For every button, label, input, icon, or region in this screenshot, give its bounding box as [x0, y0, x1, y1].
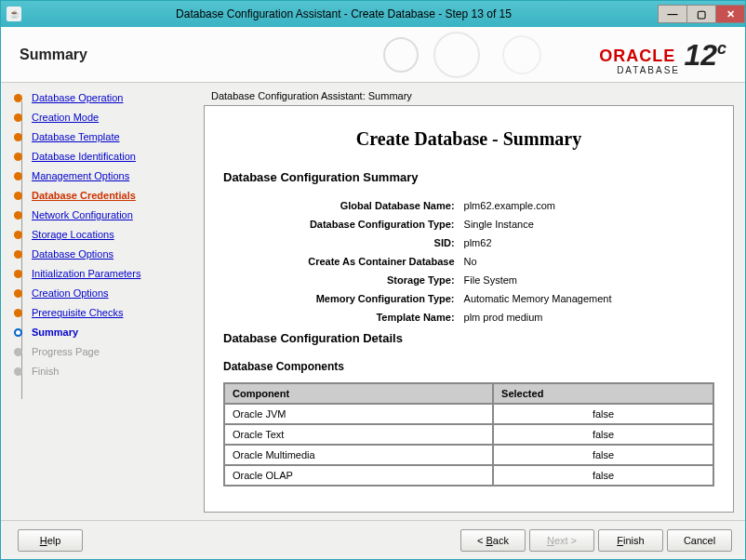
summary-row: Create As Container DatabaseNo: [225, 253, 713, 270]
step-label: Storage Locations: [32, 229, 114, 240]
app-icon: ☕: [7, 7, 21, 21]
col-component: Component: [225, 384, 492, 403]
next-button: Next >: [529, 529, 594, 552]
summary-value: File System: [460, 272, 713, 288]
components-table: Component Selected Oracle JVMfalseOracle…: [223, 382, 714, 487]
maximize-button[interactable]: ▢: [686, 5, 716, 23]
component-name: Oracle OLAP: [225, 466, 492, 485]
summary-value: plm62.example.com: [460, 197, 713, 214]
step-creation-mode[interactable]: Creation Mode: [14, 112, 191, 123]
close-button[interactable]: ✕: [715, 5, 745, 23]
component-selected: false: [494, 425, 713, 444]
summary-label: Template Name:: [225, 309, 459, 326]
cancel-button[interactable]: Cancel: [667, 529, 732, 552]
step-summary[interactable]: Summary: [14, 327, 191, 338]
step-creation-options[interactable]: Creation Options: [14, 287, 191, 299]
summary-label: Create As Container Database: [225, 253, 459, 270]
summary-row: Database Configuration Type:Single Insta…: [225, 216, 713, 233]
step-dot-icon: [14, 250, 22, 259]
step-label: Database Operation: [32, 92, 123, 103]
step-label: Creation Mode: [32, 112, 99, 123]
step-database-credentials[interactable]: Database Credentials: [14, 190, 191, 201]
header: Summary ORACLE 12c DATABASE: [1, 27, 745, 83]
component-selected: false: [494, 405, 713, 423]
step-network-configuration[interactable]: Network Configuration: [14, 209, 191, 220]
step-prerequisite-checks[interactable]: Prerequisite Checks: [14, 307, 191, 318]
step-label: Creation Options: [32, 287, 109, 299]
summary-label: SID:: [225, 234, 459, 251]
page-title: Summary: [20, 47, 87, 63]
step-dot-icon: [14, 231, 22, 239]
table-row: Oracle JVMfalse: [225, 405, 713, 423]
summary-scroll[interactable]: Create Database - Summary Database Confi…: [205, 106, 733, 512]
step-label: Prerequisite Checks: [32, 307, 123, 318]
component-selected: false: [494, 446, 713, 464]
summary-value: No: [460, 253, 713, 270]
step-storage-locations[interactable]: Storage Locations: [14, 229, 191, 240]
step-dot-icon: [14, 270, 22, 278]
body: Database OperationCreation ModeDatabase …: [1, 83, 745, 520]
summary-value: plm prod medium: [460, 309, 713, 326]
summary-row: Global Database Name:plm62.example.com: [225, 197, 713, 214]
step-database-identification[interactable]: Database Identification: [14, 151, 191, 162]
table-row: Oracle OLAPfalse: [225, 466, 713, 485]
window-controls: — ▢ ✕: [659, 5, 745, 23]
breadcrumb: Database Configuration Assistant: Summar…: [211, 90, 734, 101]
sidebar: Database OperationCreation ModeDatabase …: [1, 83, 196, 520]
step-finish: Finish: [14, 366, 191, 377]
summary-row: SID:plm62: [225, 234, 713, 251]
step-dot-icon: [14, 348, 22, 356]
step-initialization-parameters[interactable]: Initialization Parameters: [14, 268, 191, 279]
logo-version: 12c: [684, 38, 726, 73]
titlebar: ☕ Database Configuration Assistant - Cre…: [1, 1, 745, 27]
step-label: Database Credentials: [32, 190, 136, 201]
minimize-button[interactable]: —: [658, 5, 687, 23]
back-button[interactable]: < Back: [460, 529, 526, 552]
logo-brand: ORACLE: [599, 47, 675, 66]
finish-button[interactable]: Finish: [598, 529, 663, 552]
step-dot-icon: [14, 289, 22, 298]
summary-label: Storage Type:: [225, 272, 459, 288]
step-dot-icon: [14, 309, 22, 317]
config-details-title: Database Configuration Details: [223, 331, 714, 345]
oracle-logo: ORACLE 12c DATABASE: [599, 34, 726, 75]
step-dot-icon: [14, 94, 22, 102]
summary-row: Storage Type:File System: [225, 272, 713, 288]
step-label: Management Options: [32, 170, 129, 181]
step-label: Initialization Parameters: [32, 268, 140, 279]
summary-row: Template Name:plm prod medium: [225, 309, 713, 326]
summary-value: plm62: [460, 234, 713, 251]
component-name: Oracle Multimedia: [225, 446, 492, 464]
component-selected: false: [494, 466, 713, 485]
app-window: ☕ Database Configuration Assistant - Cre…: [0, 0, 746, 560]
step-database-operation[interactable]: Database Operation: [14, 92, 191, 103]
col-selected: Selected: [494, 384, 713, 403]
step-label: Progress Page: [32, 346, 100, 357]
step-database-options[interactable]: Database Options: [14, 248, 191, 260]
summary-row: Memory Configuration Type:Automatic Memo…: [225, 290, 713, 307]
step-dot-icon: [14, 367, 22, 376]
table-row: Oracle Textfalse: [225, 425, 713, 444]
summary-value: Single Instance: [460, 216, 713, 233]
step-dot-icon: [14, 133, 22, 141]
config-summary-title: Database Configuration Summary: [223, 170, 714, 184]
step-label: Database Template: [32, 131, 120, 142]
step-database-template[interactable]: Database Template: [14, 131, 191, 142]
step-management-options[interactable]: Management Options: [14, 170, 191, 181]
main-panel: Database Configuration Assistant: Summar…: [196, 83, 745, 520]
step-progress-page: Progress Page: [14, 346, 191, 357]
window-title: Database Configuration Assistant - Creat…: [29, 7, 659, 20]
components-title: Database Components: [223, 360, 714, 373]
step-label: Finish: [32, 366, 59, 377]
component-name: Oracle Text: [225, 425, 492, 444]
step-dot-icon: [14, 172, 22, 180]
step-dot-icon: [14, 192, 22, 200]
step-label: Database Options: [32, 248, 113, 260]
help-button[interactable]: Help: [18, 529, 83, 552]
step-dot-icon: [14, 328, 22, 337]
component-name: Oracle JVM: [225, 405, 492, 423]
step-dot-icon: [14, 113, 22, 122]
step-dot-icon: [14, 153, 22, 161]
summary-frame: Create Database - Summary Database Confi…: [204, 105, 734, 513]
footer: Help < Back Next > Finish Cancel: [1, 520, 745, 559]
